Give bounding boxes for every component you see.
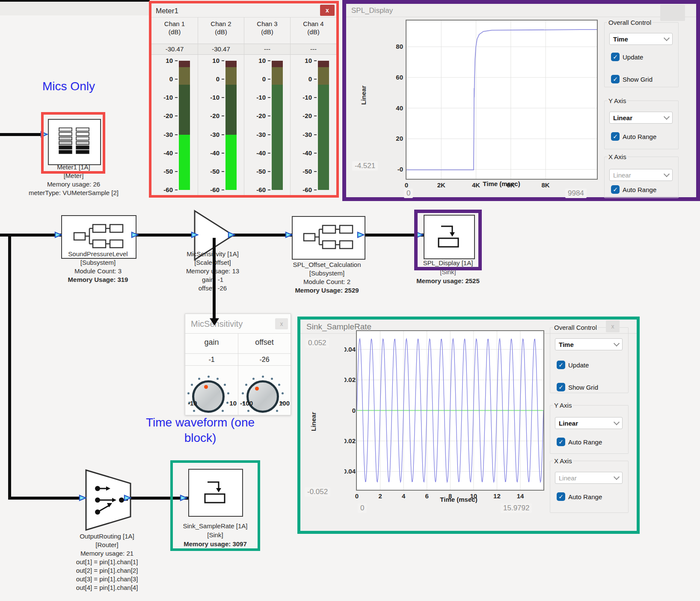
x-axis-dropdown[interactable]: Linear bbox=[609, 169, 673, 181]
close-button[interactable]: x bbox=[275, 318, 288, 329]
show-grid-checkbox[interactable]: ✓Show Grid bbox=[557, 383, 598, 391]
window-title: SPL_Display bbox=[351, 6, 393, 15]
overall-control-label: Overall Control bbox=[607, 19, 653, 26]
meter-tick-mark bbox=[175, 97, 178, 98]
input-pin-icon bbox=[285, 231, 293, 238]
meter-bar-segment bbox=[179, 67, 190, 85]
chevron-down-icon bbox=[614, 474, 620, 480]
input-pin-icon bbox=[180, 494, 187, 501]
checkbox-checked-icon[interactable]: ✓ bbox=[611, 53, 620, 61]
meter-tick-mark bbox=[175, 153, 178, 154]
show-grid-checkbox[interactable]: ✓Show Grid bbox=[611, 75, 653, 83]
checkbox-label: Update bbox=[568, 361, 589, 369]
y-min-readout: -4.521 bbox=[352, 161, 378, 171]
y-tick-label: 60 bbox=[379, 74, 403, 81]
overall-control-dropdown[interactable]: Time bbox=[555, 338, 623, 350]
meter1-window: Meter1 x Chan 1(dB)-30.47100-10-20-30-40… bbox=[149, 1, 339, 198]
y-auto-range-checkbox[interactable]: ✓Auto Range bbox=[611, 132, 656, 141]
checkbox-checked-icon[interactable]: ✓ bbox=[557, 361, 565, 369]
checkbox-checked-icon[interactable]: ✓ bbox=[557, 383, 565, 391]
checkbox-checked-icon[interactable]: ✓ bbox=[611, 75, 620, 83]
knob-face[interactable] bbox=[246, 380, 279, 413]
input-pin-icon bbox=[191, 231, 199, 238]
block-name: OutputRouting [1A] bbox=[56, 532, 158, 541]
offset-knob[interactable] bbox=[241, 375, 284, 418]
meter-bar-segment bbox=[272, 61, 283, 67]
block-sink-samplerate[interactable] bbox=[188, 469, 243, 517]
chevron-down-icon bbox=[614, 340, 620, 346]
x-axis-dropdown[interactable]: Linear bbox=[555, 472, 623, 484]
knob-face[interactable] bbox=[192, 380, 225, 413]
checkbox-checked-icon[interactable]: ✓ bbox=[557, 438, 565, 446]
y-axis-dropdown[interactable]: Linear bbox=[609, 112, 673, 124]
close-button[interactable]: x bbox=[320, 5, 335, 16]
meter-tick-mark bbox=[175, 171, 178, 172]
close-button[interactable]: x bbox=[606, 320, 620, 332]
y-max-readout: 0.052 bbox=[306, 338, 329, 348]
y-axis-label: Linear bbox=[360, 86, 367, 105]
block-info: Module Count: 2 bbox=[279, 278, 375, 286]
block-name: SPL_Offset_Calculation bbox=[279, 261, 375, 269]
close-button[interactable] bbox=[660, 5, 685, 21]
checkbox-checked-icon[interactable]: ✓ bbox=[611, 132, 620, 141]
meter-scale-label: 10 bbox=[198, 57, 219, 64]
knob-tick-dot bbox=[208, 376, 210, 378]
checkbox-label: Show Grid bbox=[568, 384, 598, 391]
y-axis-dropdown[interactable]: Linear bbox=[555, 417, 623, 429]
dropdown-value: Linear bbox=[559, 420, 578, 427]
block-type: [Sink] bbox=[412, 268, 484, 277]
sink-plot-area[interactable] bbox=[356, 330, 544, 491]
chevron-down-icon bbox=[664, 171, 670, 177]
meter-scale-label: -50 bbox=[151, 168, 173, 175]
x-tick-label: 6 bbox=[418, 492, 436, 500]
knob-tick-dot bbox=[227, 392, 229, 394]
meter-tick-mark bbox=[175, 60, 178, 61]
block-type: [Sink] bbox=[166, 531, 264, 540]
meter-tick-mark bbox=[222, 153, 224, 154]
dropdown-value: Linear bbox=[559, 474, 577, 482]
plot-canvas bbox=[357, 331, 543, 490]
knob-tick-dot bbox=[191, 384, 193, 386]
meter-tick-mark bbox=[268, 115, 270, 116]
y-auto-range-checkbox[interactable]: ✓Auto Range bbox=[557, 438, 602, 446]
meter-bar-segment bbox=[318, 85, 329, 190]
knob-tick-dot bbox=[193, 410, 195, 412]
checkbox-label: Update bbox=[623, 53, 643, 61]
wire-micsens-to-offset bbox=[232, 234, 292, 237]
meter-scale-label: -20 bbox=[151, 112, 173, 119]
knob-tick-dot bbox=[278, 384, 280, 386]
meter-bar-segment bbox=[225, 67, 237, 85]
x-auto-range-checkbox[interactable]: ✓Auto Range bbox=[557, 492, 602, 501]
block-name: Sink_SampleRate [1A] bbox=[166, 522, 264, 531]
meter-tick-mark bbox=[314, 115, 317, 116]
block-meter1[interactable] bbox=[48, 119, 101, 165]
x-auto-range-checkbox[interactable]: ✓Auto Range bbox=[611, 185, 656, 194]
output-pin-icon bbox=[357, 231, 365, 238]
meter-channel-1: Chan 1(dB)-30.47100-10-20-30-40-50-60 bbox=[151, 17, 198, 195]
checkbox-checked-icon[interactable]: ✓ bbox=[611, 185, 620, 194]
meter-scale-label: -40 bbox=[244, 149, 266, 157]
meter-scale-label: 0 bbox=[198, 75, 219, 83]
meter-tick-mark bbox=[314, 153, 317, 154]
block-info: Memory Usage: 319 bbox=[36, 275, 160, 284]
gain-knob[interactable] bbox=[187, 375, 230, 418]
chevron-down-icon bbox=[664, 114, 670, 120]
block-spl-offset-calculation[interactable] bbox=[292, 216, 365, 260]
channel-name: Chan 4 bbox=[291, 20, 336, 28]
offset-label: offset bbox=[238, 338, 291, 347]
offset-value: -26 bbox=[238, 356, 291, 364]
dropdown-value: Linear bbox=[613, 114, 632, 121]
input-pin-icon bbox=[79, 494, 86, 501]
knob-tick-dot bbox=[222, 410, 224, 412]
checkbox-checked-icon[interactable]: ✓ bbox=[557, 492, 565, 501]
output-pin-icon bbox=[131, 231, 139, 238]
meter-tick-mark bbox=[222, 79, 224, 80]
overall-control-dropdown[interactable]: Time bbox=[609, 33, 673, 45]
update-checkbox[interactable]: ✓Update bbox=[557, 361, 589, 369]
spl-plot-area[interactable] bbox=[406, 20, 598, 180]
update-checkbox[interactable]: ✓Update bbox=[611, 53, 643, 61]
block-spl-display[interactable] bbox=[424, 215, 475, 259]
meter-scale-label: -60 bbox=[291, 186, 312, 193]
chevron-down-icon bbox=[664, 35, 670, 41]
meter-bar-segment bbox=[179, 61, 190, 67]
